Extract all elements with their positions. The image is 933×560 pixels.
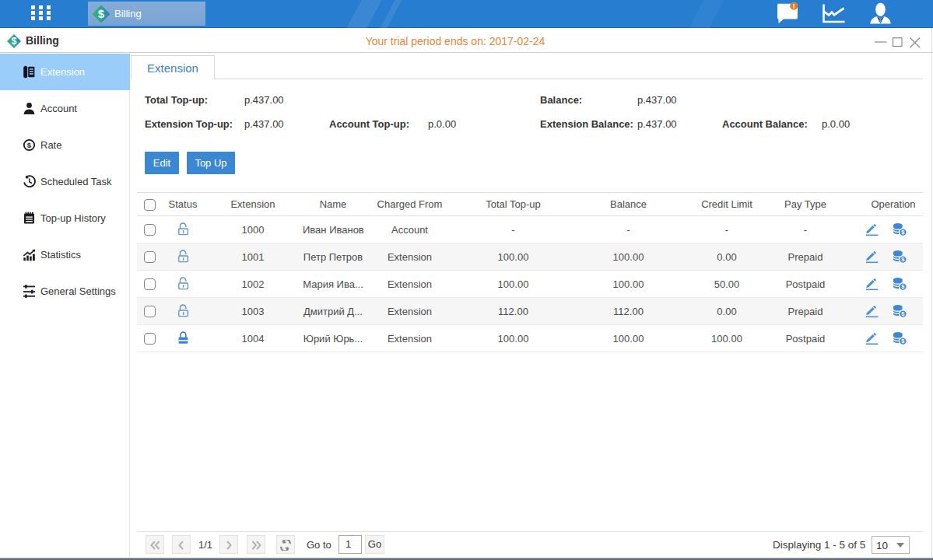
svg-text:$: $ xyxy=(27,141,32,149)
svg-text:!: ! xyxy=(793,2,795,10)
svg-text:$: $ xyxy=(98,7,105,20)
